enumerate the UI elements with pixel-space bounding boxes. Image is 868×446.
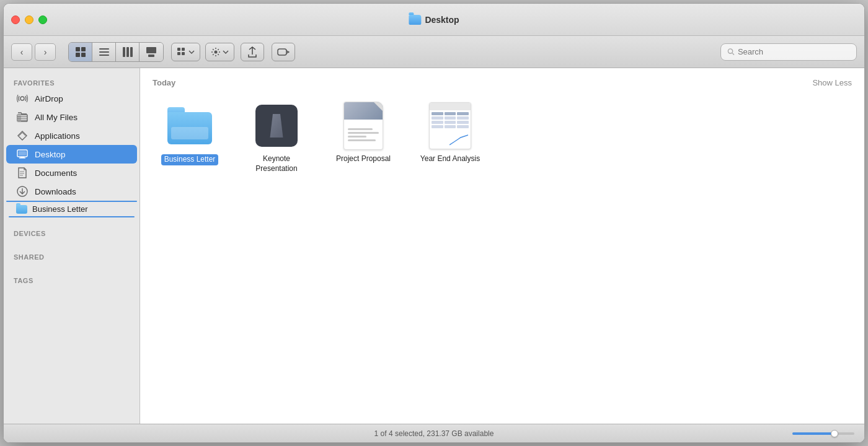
desktop-icon (16, 148, 29, 160)
show-less-button[interactable]: Show Less (812, 78, 852, 87)
airdrop-label: AirDrop (35, 94, 63, 103)
column-view-button[interactable] (116, 43, 140, 61)
keynote-podium (267, 114, 286, 138)
svg-rect-8 (126, 47, 129, 57)
sidebar-item-airdrop[interactable]: AirDrop (6, 89, 137, 108)
search-box[interactable] (720, 43, 857, 61)
favorites-section-label: Favorites (4, 76, 140, 89)
section-header: Today Show Less (153, 78, 852, 87)
nav-buttons: ‹ › (11, 43, 56, 61)
applications-label: Applications (35, 131, 80, 141)
svg-rect-29 (19, 151, 26, 155)
documents-icon (16, 167, 29, 179)
search-input[interactable] (738, 47, 850, 56)
share-button[interactable] (241, 43, 264, 61)
svg-rect-2 (76, 53, 80, 57)
year-end-analysis-file-icon (425, 101, 475, 151)
back-icon: ‹ (20, 47, 24, 57)
sidebar-item-all-my-files[interactable]: All My Files (6, 108, 137, 126)
business-letter-label: Business Letter (161, 154, 219, 165)
toolbar: ‹ › (4, 36, 864, 68)
slider-fill (792, 432, 833, 435)
desktop-label: Desktop (35, 150, 66, 159)
svg-rect-9 (130, 47, 133, 57)
finder-window: Desktop ‹ › (3, 3, 865, 443)
dropdown-chevron-icon (188, 50, 195, 54)
arrange-icon (177, 47, 187, 57)
gear-icon (211, 47, 221, 57)
applications-icon (16, 129, 29, 142)
svg-rect-14 (177, 52, 180, 55)
file-item-project-proposal[interactable]: Project Proposal (326, 97, 401, 168)
airdrop-icon (16, 92, 29, 105)
project-proposal-label: Project Proposal (336, 154, 391, 164)
back-button[interactable]: ‹ (11, 43, 32, 61)
close-button[interactable] (11, 15, 20, 24)
downloads-label: Downloads (35, 187, 76, 196)
svg-rect-3 (81, 53, 86, 57)
svg-rect-12 (177, 48, 180, 51)
traffic-lights (11, 15, 47, 24)
title-folder-icon (409, 15, 421, 25)
slider-thumb[interactable] (831, 430, 838, 437)
proposal-img (344, 102, 383, 120)
tag-button[interactable] (272, 43, 295, 61)
folder-body-light (171, 127, 208, 139)
devices-section-label: Devices (4, 226, 140, 240)
svg-rect-17 (278, 49, 286, 55)
sidebar-item-documents[interactable]: Documents (6, 164, 137, 182)
svg-rect-1 (81, 47, 86, 51)
list-view-button[interactable] (92, 43, 116, 61)
tags-section-label: Tags (4, 273, 140, 287)
rename-label: Business Letter (32, 204, 88, 214)
svg-rect-11 (148, 55, 154, 57)
maximize-button[interactable] (38, 15, 47, 24)
sidebar: Favorites AirDrop (4, 68, 140, 424)
file-item-business-letter[interactable]: Business Letter (153, 97, 227, 169)
arrange-dropdown[interactable] (171, 43, 200, 61)
rename-drag-item: Business Letter (6, 202, 137, 216)
svg-rect-5 (99, 51, 109, 53)
grid-view-button[interactable] (69, 43, 92, 61)
business-letter-icon (165, 101, 215, 151)
list-icon (99, 46, 110, 58)
downloads-icon (16, 185, 29, 198)
content-area: Today Show Less Business Letter (140, 68, 864, 424)
svg-rect-15 (182, 52, 185, 55)
svg-point-16 (215, 50, 218, 53)
file-item-keynote[interactable]: KeynotePresentation (239, 97, 314, 177)
svg-rect-10 (146, 47, 156, 53)
forward-button[interactable]: › (35, 43, 56, 61)
keynote-icon-shape (255, 105, 298, 147)
documents-label: Documents (35, 168, 77, 178)
search-icon (727, 48, 735, 56)
action-dropdown[interactable] (205, 43, 234, 61)
files-grid: Business Letter KeynotePresentation (153, 97, 852, 177)
analysis-chart (450, 134, 468, 146)
zoom-slider[interactable] (792, 432, 854, 435)
title-text: Desktop (425, 15, 459, 25)
svg-point-18 (728, 49, 732, 53)
keynote-file-icon (252, 101, 301, 151)
svg-line-19 (732, 53, 734, 55)
window-title: Desktop (409, 15, 459, 25)
sidebar-item-downloads[interactable]: Downloads (6, 182, 137, 201)
titlebar: Desktop (4, 4, 864, 36)
svg-rect-7 (123, 47, 125, 57)
share-icon (247, 46, 257, 58)
columns-icon (122, 46, 133, 58)
analysis-header-bar (430, 103, 471, 110)
minimize-button[interactable] (25, 15, 33, 24)
grid-icon (75, 46, 86, 58)
sidebar-item-applications[interactable]: Applications (6, 126, 137, 145)
main-area: Favorites AirDrop (4, 68, 864, 424)
sidebar-item-desktop[interactable]: Desktop (6, 145, 137, 164)
rename-folder-mini-icon (16, 205, 27, 214)
analysis-icon-shape (429, 102, 471, 149)
status-bar: 1 of 4 selected, 231.37 GB available (4, 424, 864, 442)
cover-view-button[interactable] (140, 43, 163, 61)
tag-icon (277, 48, 290, 56)
file-item-year-end-analysis[interactable]: Year End Analysis (413, 97, 487, 168)
folder-body (167, 112, 212, 144)
folder-large-icon (167, 107, 212, 144)
